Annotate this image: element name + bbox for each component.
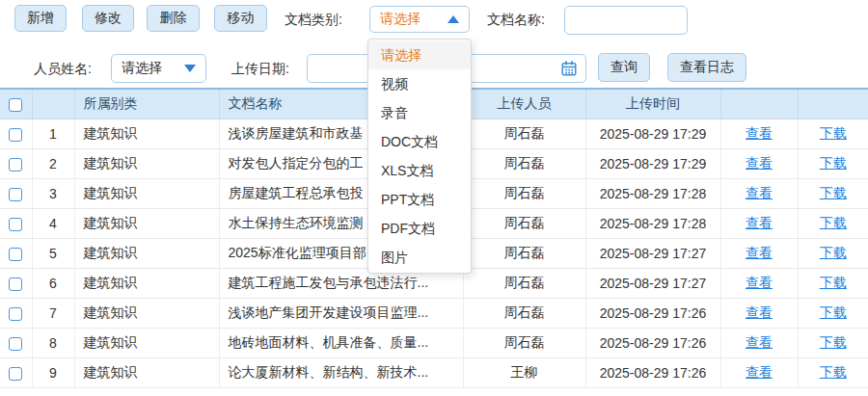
doc-type-label: 文档类别: xyxy=(285,6,342,33)
download-link[interactable]: 下载 xyxy=(820,185,847,200)
row-index: 7 xyxy=(32,298,74,328)
view-header xyxy=(720,90,798,119)
table-row: 7建筑知识浅谈地产集团开发建设项目监理...周石磊2025-08-29 17:2… xyxy=(0,298,868,328)
download-header xyxy=(798,90,868,119)
upload-time-header: 上传时间 xyxy=(585,90,720,119)
row-index: 4 xyxy=(32,208,74,238)
row-index: 9 xyxy=(32,357,74,387)
row-index: 8 xyxy=(32,328,74,357)
chevron-down-icon xyxy=(184,65,196,72)
row-uploader: 王柳 xyxy=(463,357,585,387)
row-checkbox[interactable] xyxy=(9,277,22,291)
row-select-cell xyxy=(0,298,32,328)
move-button[interactable]: 移动 xyxy=(214,5,267,32)
doc-name-label: 文档名称: xyxy=(487,6,545,33)
download-link[interactable]: 下载 xyxy=(820,304,847,320)
row-doc-name: 地砖地面材料、机具准备、质量... xyxy=(219,328,463,357)
row-select-cell xyxy=(0,119,32,148)
upload-date-label: 上传日期: xyxy=(231,54,289,83)
row-doc-name: 浅谈地产集团开发建设项目监理... xyxy=(219,298,463,328)
row-checkbox[interactable] xyxy=(9,337,22,351)
row-checkbox[interactable] xyxy=(9,307,22,321)
row-select-cell xyxy=(0,148,32,178)
row-checkbox[interactable] xyxy=(9,188,22,201)
view-link[interactable]: 查看 xyxy=(746,275,773,290)
row-upload-time: 2025-08-29 17:29 xyxy=(585,119,720,148)
row-category: 建筑知识 xyxy=(74,208,219,238)
row-select-cell xyxy=(0,328,32,357)
doc-type-select[interactable]: 请选择 xyxy=(369,6,470,33)
row-upload-time: 2025-08-29 17:28 xyxy=(585,208,720,238)
delete-button[interactable]: 删除 xyxy=(147,5,200,32)
row-index: 3 xyxy=(32,178,74,208)
row-upload-time: 2025-08-29 17:27 xyxy=(585,268,720,298)
download-link[interactable]: 下载 xyxy=(820,215,847,230)
row-checkbox[interactable] xyxy=(9,367,22,381)
doc-type-value: 请选择 xyxy=(380,11,448,28)
row-upload-time: 2025-08-29 17:29 xyxy=(585,148,720,178)
row-checkbox[interactable] xyxy=(9,158,22,172)
person-name-value: 请选择 xyxy=(122,60,184,77)
select-all-checkbox[interactable] xyxy=(9,98,22,112)
view-link[interactable]: 查看 xyxy=(746,334,773,350)
row-category: 建筑知识 xyxy=(74,268,219,298)
view-link[interactable]: 查看 xyxy=(746,245,773,260)
dropdown-option[interactable]: XLS文档 xyxy=(368,156,471,185)
row-category: 建筑知识 xyxy=(74,238,219,268)
row-upload-time: 2025-08-29 17:28 xyxy=(585,178,720,208)
download-link[interactable]: 下载 xyxy=(820,245,847,260)
row-index: 5 xyxy=(32,238,74,268)
row-select-cell xyxy=(0,357,32,387)
dropdown-option[interactable]: PDF文档 xyxy=(368,214,471,243)
uploader-header: 上传人员 xyxy=(463,90,585,119)
row-category: 建筑知识 xyxy=(74,328,219,357)
dropdown-option[interactable]: 录音 xyxy=(368,98,471,127)
download-link[interactable]: 下载 xyxy=(820,125,847,141)
row-doc-name: 论大厦新材料、新结构、新技术... xyxy=(219,357,463,387)
row-uploader: 周石磊 xyxy=(463,178,585,208)
row-upload-time: 2025-08-29 17:26 xyxy=(585,298,720,328)
edit-button[interactable]: 修改 xyxy=(82,5,134,32)
download-link[interactable]: 下载 xyxy=(820,155,847,171)
view-link[interactable]: 查看 xyxy=(746,304,773,320)
row-uploader: 周石磊 xyxy=(463,268,585,298)
row-index: 6 xyxy=(32,268,74,298)
row-uploader: 周石磊 xyxy=(463,119,585,148)
index-header xyxy=(32,90,74,119)
row-uploader: 周石磊 xyxy=(463,298,585,328)
view-link[interactable]: 查看 xyxy=(746,185,773,200)
table-row: 9建筑知识论大厦新材料、新结构、新技术...王柳2025-08-29 17:26… xyxy=(0,357,868,387)
download-link[interactable]: 下载 xyxy=(820,334,847,350)
view-link[interactable]: 查看 xyxy=(746,125,773,141)
add-button[interactable]: 新增 xyxy=(14,5,67,32)
row-uploader: 周石磊 xyxy=(463,238,585,268)
query-button[interactable]: 查询 xyxy=(598,53,650,82)
dropdown-option[interactable]: 视频 xyxy=(368,69,471,98)
calendar-icon[interactable] xyxy=(560,60,578,77)
download-link[interactable]: 下载 xyxy=(820,275,847,290)
row-category: 建筑知识 xyxy=(74,178,219,208)
person-name-label: 人员姓名: xyxy=(34,54,92,83)
dropdown-option[interactable]: 图片 xyxy=(368,243,471,272)
view-link[interactable]: 查看 xyxy=(746,155,773,171)
row-index: 2 xyxy=(32,148,74,178)
dropdown-option[interactable]: DOC文档 xyxy=(368,127,471,156)
doc-name-input[interactable] xyxy=(564,6,688,35)
dropdown-option[interactable]: 请选择 xyxy=(368,40,471,69)
row-checkbox[interactable] xyxy=(9,128,22,142)
view-link[interactable]: 查看 xyxy=(746,364,773,380)
chevron-up-icon xyxy=(448,15,459,23)
row-checkbox[interactable] xyxy=(9,218,22,231)
category-header: 所属别类 xyxy=(74,90,219,119)
download-link[interactable]: 下载 xyxy=(820,364,847,380)
row-category: 建筑知识 xyxy=(74,148,219,178)
dropdown-option[interactable]: PPT文档 xyxy=(368,185,471,214)
view-log-button[interactable]: 查看日志 xyxy=(667,53,746,82)
row-uploader: 周石磊 xyxy=(463,328,585,357)
row-checkbox[interactable] xyxy=(9,248,22,261)
person-name-select[interactable]: 请选择 xyxy=(111,54,206,83)
view-link[interactable]: 查看 xyxy=(746,215,773,230)
select-all-cell xyxy=(0,90,32,119)
row-category: 建筑知识 xyxy=(74,357,219,387)
table-row: 8建筑知识地砖地面材料、机具准备、质量...周石磊2025-08-29 17:2… xyxy=(0,328,868,357)
